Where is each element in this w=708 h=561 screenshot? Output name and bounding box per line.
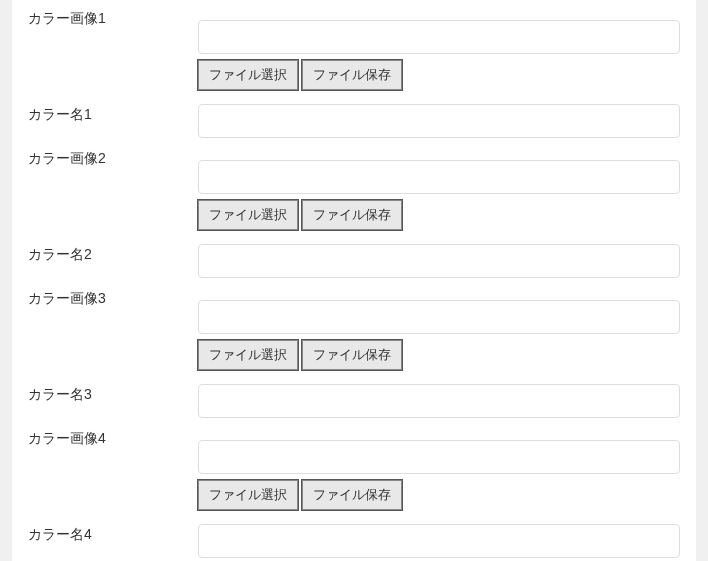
button-group-3: ファイル選択 ファイル保存 [198, 340, 680, 370]
form-row-color-image-2: カラー画像2 ファイル選択 ファイル保存 [28, 148, 680, 230]
form-row-color-image-3: カラー画像3 ファイル選択 ファイル保存 [28, 288, 680, 370]
file-select-button-4[interactable]: ファイル選択 [198, 480, 298, 510]
form-container: カラー画像1 ファイル選択 ファイル保存 カラー名1 カラー画像2 ファイル選択… [12, 0, 696, 561]
file-select-button-3[interactable]: ファイル選択 [198, 340, 298, 370]
input-color-name-4[interactable] [198, 524, 680, 558]
form-row-color-name-4: カラー名4 [28, 524, 680, 558]
input-color-name-3[interactable] [198, 384, 680, 418]
field-color-image-1: ファイル選択 ファイル保存 [198, 8, 680, 90]
form-row-color-image-1: カラー画像1 ファイル選択 ファイル保存 [28, 8, 680, 90]
field-color-name-3 [198, 384, 680, 418]
form-row-color-name-1: カラー名1 [28, 104, 680, 138]
label-color-image-3: カラー画像3 [28, 288, 198, 308]
file-save-button-1[interactable]: ファイル保存 [302, 60, 402, 90]
file-save-button-2[interactable]: ファイル保存 [302, 200, 402, 230]
field-color-name-1 [198, 104, 680, 138]
file-select-button-1[interactable]: ファイル選択 [198, 60, 298, 90]
button-group-4: ファイル選択 ファイル保存 [198, 480, 680, 510]
input-color-image-3[interactable] [198, 300, 680, 334]
input-color-image-2[interactable] [198, 160, 680, 194]
label-color-image-1: カラー画像1 [28, 8, 198, 28]
label-color-image-2: カラー画像2 [28, 148, 198, 168]
field-color-image-2: ファイル選択 ファイル保存 [198, 148, 680, 230]
label-color-name-3: カラー名3 [28, 384, 198, 404]
label-color-name-1: カラー名1 [28, 104, 198, 124]
label-color-image-4: カラー画像4 [28, 428, 198, 448]
form-row-color-name-3: カラー名3 [28, 384, 680, 418]
input-color-image-1[interactable] [198, 20, 680, 54]
input-color-image-4[interactable] [198, 440, 680, 474]
field-color-name-2 [198, 244, 680, 278]
field-color-image-3: ファイル選択 ファイル保存 [198, 288, 680, 370]
form-row-color-image-4: カラー画像4 ファイル選択 ファイル保存 [28, 428, 680, 510]
label-color-name-2: カラー名2 [28, 244, 198, 264]
field-color-name-4 [198, 524, 680, 558]
file-save-button-4[interactable]: ファイル保存 [302, 480, 402, 510]
label-color-name-4: カラー名4 [28, 524, 198, 544]
button-group-1: ファイル選択 ファイル保存 [198, 60, 680, 90]
input-color-name-2[interactable] [198, 244, 680, 278]
input-color-name-1[interactable] [198, 104, 680, 138]
file-save-button-3[interactable]: ファイル保存 [302, 340, 402, 370]
form-row-color-name-2: カラー名2 [28, 244, 680, 278]
file-select-button-2[interactable]: ファイル選択 [198, 200, 298, 230]
field-color-image-4: ファイル選択 ファイル保存 [198, 428, 680, 510]
button-group-2: ファイル選択 ファイル保存 [198, 200, 680, 230]
